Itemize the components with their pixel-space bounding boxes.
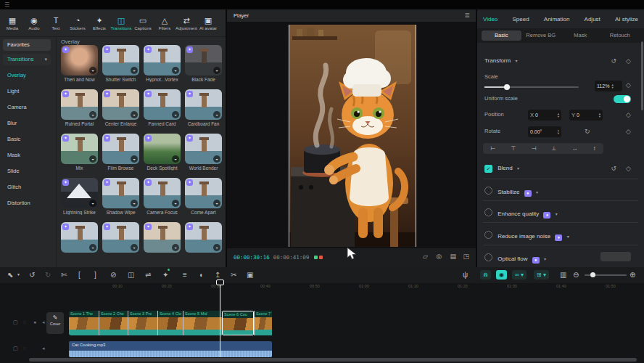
transition-item[interactable]: Come Apart <box>185 178 222 215</box>
transition-item[interactable]: Deck Spotlight <box>144 134 181 171</box>
linking-button[interactable]: ∞ ▾ <box>512 270 527 280</box>
monitor-icon[interactable]: ▥ <box>560 270 566 280</box>
auto-preview-button[interactable]: ◉ <box>496 270 507 280</box>
timeline-zoom-in-icon[interactable]: ⊕ <box>629 270 635 280</box>
microphone-icon[interactable]: ψ <box>463 270 468 280</box>
chevron-down-icon[interactable]: ▾ <box>544 257 546 261</box>
transition-item[interactable]: Cardboard Fan <box>185 89 222 126</box>
inspector-scrollbar[interactable] <box>641 41 643 110</box>
captions-tool-icon[interactable]: ≡ <box>183 270 187 280</box>
snapping-button[interactable]: ⋒ <box>480 270 491 280</box>
category-distortion[interactable]: Distortion <box>7 200 30 206</box>
category-light[interactable]: Light <box>7 88 19 94</box>
tab-media[interactable]: ▦Media <box>1 10 23 36</box>
tab-adjust[interactable]: Adjust <box>585 16 600 23</box>
preview-quality-icon[interactable]: ▤ <box>450 253 456 260</box>
playhead-handle[interactable] <box>216 280 224 285</box>
transition-item[interactable]: Camera Focus <box>144 178 181 215</box>
favorites-button[interactable]: Favorites <box>3 39 51 51</box>
record-icon[interactable]: ▣ <box>247 270 253 280</box>
category-camera[interactable]: Camera <box>7 104 27 110</box>
tab-transitions[interactable]: ◫Transitions <box>110 10 132 36</box>
tab-audio[interactable]: ◉Audio <box>23 10 45 36</box>
reverse-icon[interactable]: ⇌ <box>145 270 151 280</box>
clip-scene-3[interactable]: Scene 3 Pre <box>128 311 157 335</box>
align-bottom-icon[interactable]: ⊥ <box>551 145 556 152</box>
stepper-icon[interactable]: ▴▾ <box>558 129 559 135</box>
transition-item[interactable]: Then and Now <box>61 45 98 82</box>
align-top-icon[interactable]: ⊤ <box>511 145 516 152</box>
timeline-zoom-knob[interactable] <box>590 272 595 277</box>
transition-item[interactable]: Fanned Card <box>144 89 181 126</box>
clip-scene-1[interactable]: Scene 1 The <box>69 311 99 335</box>
transition-item[interactable] <box>61 222 98 253</box>
chevron-down-icon[interactable]: ▾ <box>567 234 569 239</box>
video-track-solo-icon[interactable]: ◂ <box>42 319 45 325</box>
tab-speed[interactable]: Speed <box>513 16 529 23</box>
position-x-field[interactable]: X 0▴▾ <box>528 110 561 121</box>
tab-text[interactable]: TText <box>45 10 67 36</box>
video-track-visibility-icon[interactable]: ▢ <box>13 319 18 325</box>
category-overlay[interactable]: Overlay <box>7 72 26 78</box>
clip-scene-7[interactable]: Scene 7 The <box>254 311 272 335</box>
transition-item[interactable]: Ruined Portal <box>61 89 98 126</box>
delete-icon[interactable]: ⊘ <box>110 270 116 280</box>
collapse-caret-icon[interactable]: ▾ <box>515 59 517 63</box>
select-caret-icon[interactable]: ▾ <box>17 270 20 280</box>
clip-scene-4[interactable]: Scene 4 Clo <box>157 311 183 335</box>
transition-item[interactable]: Lightning Strike <box>61 178 98 215</box>
playhead-line[interactable] <box>220 282 220 357</box>
keyframe-diamond-icon[interactable]: ◇ <box>626 57 631 65</box>
audio-clip[interactable]: Cat Cooking.mp3 <box>69 341 272 357</box>
align-right-icon[interactable]: ⊣ <box>531 145 536 152</box>
clip-scene-5[interactable]: Scene 5 Mid <box>183 311 222 335</box>
frame-right-handle[interactable] <box>416 25 416 247</box>
tab-filters[interactable]: △Filters <box>154 10 176 36</box>
freeze-frame-icon[interactable]: ◫ <box>128 270 134 280</box>
stepper-icon[interactable]: ▴▾ <box>611 83 613 89</box>
keyframe-diamond-icon[interactable]: ◇ <box>626 81 631 89</box>
timeline-zoom-out-icon[interactable]: ⊖ <box>573 270 579 280</box>
extract-audio-icon[interactable]: ↥ <box>215 270 220 280</box>
category-basic[interactable]: Basic <box>7 136 20 142</box>
timeline-ruler[interactable]: 00:10 00:20 00:30 00:40 00:50 01:00 01:1… <box>0 283 644 290</box>
audio-track-solo-icon[interactable]: ◂ <box>42 346 45 351</box>
menu-icon[interactable]: ☰ <box>4 1 9 8</box>
chevron-down-icon[interactable]: ▾ <box>536 190 538 195</box>
transition-item[interactable]: Center Enlarge <box>102 89 139 126</box>
audio-track-visibility-icon[interactable]: ▢ <box>13 346 18 351</box>
transition-item[interactable] <box>185 222 222 253</box>
enhance-quality-checkbox[interactable] <box>484 208 492 216</box>
tab-effects[interactable]: ✦Effects <box>88 10 110 36</box>
transition-item[interactable] <box>144 222 181 253</box>
category-glitch[interactable]: Glitch <box>7 184 21 190</box>
fullscreen-icon[interactable]: ◳ <box>463 253 469 260</box>
preview-focus-icon[interactable]: ◎ <box>436 253 442 260</box>
select-tool-icon[interactable]: ⬉ <box>7 270 13 280</box>
stepper-icon[interactable]: ▴▾ <box>599 113 600 118</box>
transition-item[interactable]: World Bender <box>185 134 222 171</box>
align-center-v-icon[interactable]: ↕ <box>593 145 595 152</box>
audio-track-lock-icon[interactable]: ◌ <box>23 346 26 351</box>
tab-animation[interactable]: Animation <box>544 16 570 23</box>
align-center-h-icon[interactable]: ↔ <box>571 145 577 152</box>
transition-item[interactable]: Mix <box>61 134 98 171</box>
uniform-scale-toggle[interactable] <box>614 95 631 103</box>
category-blur[interactable]: Blur <box>7 120 17 126</box>
clip-scene-6-selected[interactable]: Scene 6 Cou <box>222 311 254 335</box>
subtab-remove-bg[interactable]: Remove BG <box>521 30 561 41</box>
player-options-icon[interactable]: ≣ <box>464 12 470 19</box>
tab-adjustment[interactable]: ⇄Adjustment <box>176 10 197 36</box>
category-slide[interactable]: Slide <box>7 168 20 174</box>
tab-ai-stylize[interactable]: AI stylize <box>615 16 638 23</box>
subtab-retouch[interactable]: Retouch <box>600 30 640 41</box>
tab-ai-avatar[interactable]: ▣AI avatar <box>197 10 219 36</box>
optical-flow-checkbox[interactable] <box>484 253 492 261</box>
trim-right-icon[interactable]: ] <box>94 270 96 280</box>
transition-item[interactable]: Black Fade <box>185 45 222 82</box>
tab-video[interactable]: Video <box>483 16 498 23</box>
chevron-down-icon[interactable]: ▾ <box>517 166 519 171</box>
subtab-basic[interactable]: Basic <box>482 30 521 41</box>
mask-tool-icon[interactable]: ✂ <box>231 270 236 280</box>
timeline-zoom-slider[interactable] <box>585 274 627 276</box>
